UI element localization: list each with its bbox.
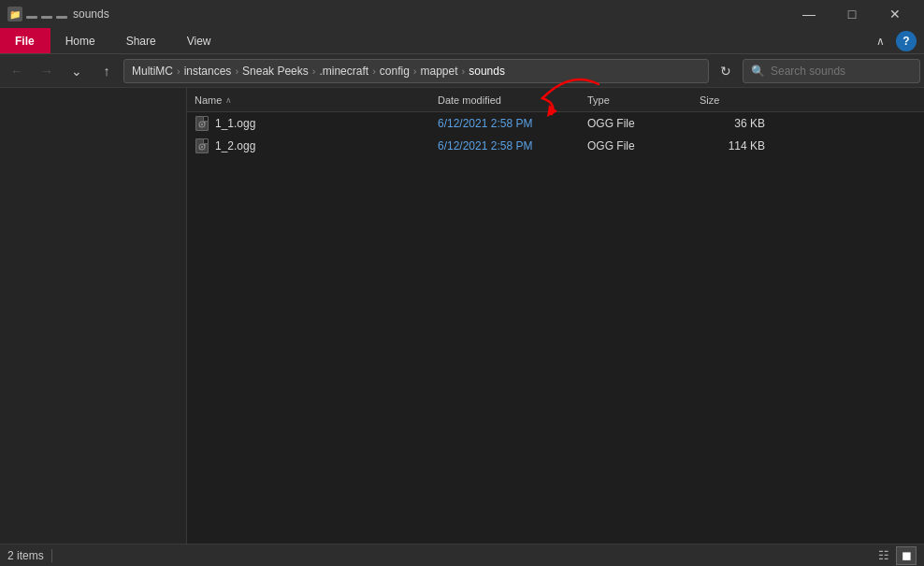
svg-rect-7 — [204, 142, 206, 146]
file-type-cell: OGG File — [587, 117, 700, 130]
view-toggle-area: ☷ ◼ — [873, 546, 917, 565]
app-icon-folder: 📁 — [7, 7, 22, 22]
title-bar: 📁 sounds — □ ✕ — [0, 0, 924, 28]
col-header-size[interactable]: Size — [700, 94, 774, 106]
table-row[interactable]: 1_1.ogg 6/12/2021 2:58 PM OGG File 36 KB — [187, 112, 924, 135]
ribbon-tabs: File Home Share View ∧ ? — [0, 28, 924, 54]
breadcrumb-instances[interactable]: instances — [184, 65, 232, 78]
help-button[interactable]: ? — [896, 31, 917, 51]
table-row[interactable]: 1_2.ogg 6/12/2021 2:58 PM OGG File 114 K… — [187, 135, 924, 157]
file-name-text: 1_2.ogg — [215, 139, 255, 152]
quick-access-icon3 — [56, 16, 67, 19]
breadcrumb-multimc[interactable]: MultiMC — [132, 65, 173, 78]
title-bar-controls[interactable]: — □ ✕ — [787, 0, 917, 28]
breadcrumb-sneakpeeks[interactable]: Sneak Peeks — [242, 65, 309, 78]
tab-share[interactable]: Share — [111, 28, 172, 53]
ribbon-chevron-area: ∧ ? — [871, 31, 924, 51]
file-date-cell: 6/12/2021 2:58 PM — [438, 117, 587, 130]
back-button[interactable]: ← — [4, 58, 30, 84]
quick-access-icon1 — [26, 16, 37, 19]
column-headers: Name ∧ Date modified Type Size — [187, 88, 924, 112]
nav-pane — [0, 88, 187, 544]
ribbon-collapse-button[interactable]: ∧ — [871, 33, 890, 50]
file-name-cell: 1_2.ogg — [195, 138, 438, 153]
quick-access-icon2 — [41, 16, 52, 19]
minimize-button[interactable]: — — [787, 0, 830, 28]
status-separator — [51, 549, 52, 562]
search-bar[interactable]: 🔍 — [743, 59, 920, 83]
search-icon: 🔍 — [751, 65, 765, 78]
search-input[interactable] — [771, 65, 912, 78]
content-area: Name ∧ Date modified Type Size — [0, 88, 924, 544]
item-count: 2 items — [7, 549, 44, 562]
file-rows: 1_1.ogg 6/12/2021 2:58 PM OGG File 36 KB… — [187, 112, 924, 544]
refresh-button[interactable]: ↻ — [713, 58, 739, 84]
maximize-button[interactable]: □ — [830, 0, 873, 28]
title-bar-left: 📁 sounds — [7, 7, 109, 22]
status-bar: 2 items ☷ ◼ — [0, 544, 924, 566]
svg-point-2 — [201, 123, 203, 125]
file-date-cell: 6/12/2021 2:58 PM — [438, 139, 587, 152]
details-view-button[interactable]: ☷ — [873, 546, 894, 565]
tab-home[interactable]: Home — [51, 28, 111, 53]
breadcrumb-config[interactable]: config — [380, 65, 410, 78]
ogg-file-icon — [195, 138, 209, 153]
file-size-cell: 114 KB — [700, 139, 774, 152]
tab-view[interactable]: View — [172, 28, 227, 53]
svg-rect-3 — [204, 120, 206, 123]
file-name-text: 1_1.ogg — [215, 117, 255, 130]
file-type-cell: OGG File — [587, 139, 700, 152]
breadcrumb-minecraft[interactable]: .minecraft — [319, 65, 368, 78]
nav-bar: ← → ⌄ ↑ MultiMC › instances › Sneak Peek… — [0, 54, 924, 88]
svg-point-6 — [201, 146, 203, 148]
close-button[interactable]: ✕ — [873, 0, 917, 28]
col-header-name[interactable]: Name ∧ — [195, 94, 438, 106]
file-list: Name ∧ Date modified Type Size — [187, 88, 924, 544]
file-size-cell: 36 KB — [700, 117, 774, 130]
ogg-file-icon — [195, 116, 209, 131]
title-bar-icons: 📁 — [7, 7, 67, 22]
forward-button[interactable]: → — [34, 58, 60, 84]
breadcrumb-sounds: sounds — [469, 65, 505, 78]
sort-arrow-name: ∧ — [225, 95, 232, 105]
file-name-cell: 1_1.ogg — [195, 116, 438, 131]
up-button[interactable]: ↑ — [94, 58, 120, 84]
col-header-date[interactable]: Date modified — [438, 94, 587, 106]
breadcrumb-mappet[interactable]: mappet — [421, 65, 458, 78]
tab-file[interactable]: File — [0, 28, 51, 53]
window-title: sounds — [73, 7, 109, 21]
col-header-type[interactable]: Type — [587, 94, 700, 106]
breadcrumb-bar[interactable]: MultiMC › instances › Sneak Peeks › .min… — [123, 59, 709, 83]
dropdown-button[interactable]: ⌄ — [64, 58, 90, 84]
large-icons-view-button[interactable]: ◼ — [896, 546, 917, 565]
